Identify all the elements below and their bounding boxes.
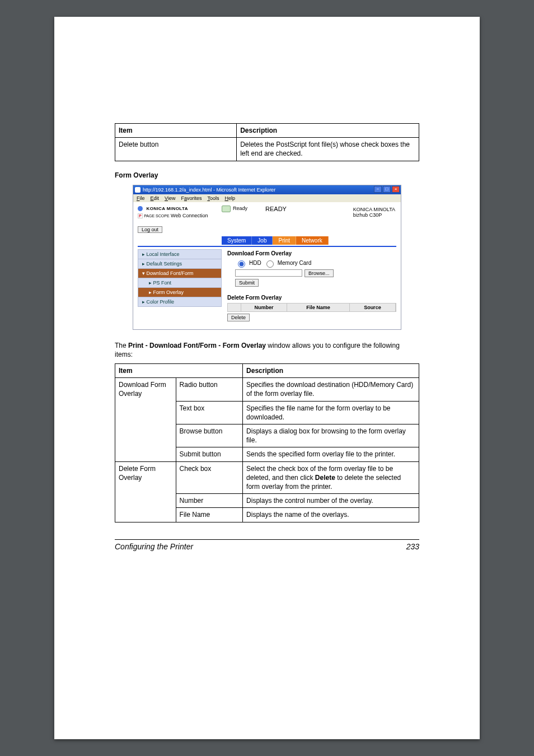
footer-page-number: 233: [406, 542, 419, 551]
sidebar-item-psfont[interactable]: ▸ PS Font: [138, 278, 222, 288]
menu-help[interactable]: Help: [224, 195, 235, 201]
tab-system[interactable]: System: [222, 236, 252, 245]
main-panel: Download Form Overlay HDD Memory Card Br…: [222, 249, 396, 321]
footer-title: Configuring the Printer: [115, 542, 193, 551]
document-page: Item Description Delete button Deletes t…: [54, 17, 480, 739]
tab-job[interactable]: Job: [252, 236, 273, 245]
sidebar-item-local[interactable]: ▸ Local Interface: [138, 249, 222, 259]
sidebar-item-formoverlay[interactable]: ▸ Form Overlay: [138, 287, 222, 297]
td-desc: Deletes the PostScript font file(s) whos…: [237, 138, 419, 161]
menu-edit[interactable]: Edit: [151, 195, 160, 201]
ie-icon: [135, 187, 140, 193]
menu-file[interactable]: File: [137, 195, 145, 201]
top-item-desc-table: Item Description Delete button Deletes t…: [115, 123, 419, 161]
download-heading: Download Form Overlay: [227, 250, 396, 256]
logout-button[interactable]: Log out: [138, 226, 162, 233]
status-big: READY: [265, 206, 287, 212]
delete-table: Number File Name Source: [227, 303, 396, 312]
page-footer: Configuring the Printer 233: [115, 540, 419, 551]
submit-button[interactable]: Submit: [235, 279, 259, 287]
delete-heading: Delete Form Overlay: [227, 295, 396, 301]
radio-memory[interactable]: [266, 260, 274, 268]
g1r3-desc: Displays a dialog box for browsing to th…: [243, 424, 419, 447]
web-connection-label: P PAGE SCOPE Web Connection: [138, 213, 222, 218]
g1r2-sub: Text box: [176, 401, 242, 424]
g1r1-sub: Radio button: [176, 378, 242, 401]
section-heading: Form Overlay: [115, 171, 419, 179]
sidebar-item-defaults[interactable]: ▸ Default Settings: [138, 259, 222, 269]
window-title: http://192.168.1.2/a_index.html - Micros…: [143, 187, 275, 193]
printer-status-icon: [222, 206, 231, 212]
g2r2-sub: Number: [176, 494, 242, 508]
radio-memory-label: Memory Card: [278, 260, 312, 266]
col-checkbox: [228, 304, 241, 311]
sidebar-item-download[interactable]: ▾ Download Font/Form: [138, 268, 222, 278]
main-item-desc-table: Item Description Download Form Overlay R…: [115, 363, 419, 522]
menu-view[interactable]: View: [165, 195, 175, 201]
col-number: Number: [241, 304, 287, 311]
menu-favorites[interactable]: Favorites: [181, 195, 202, 201]
mh-item: Item: [115, 364, 243, 378]
td-item: Delete button: [115, 138, 237, 161]
file-path-input[interactable]: [235, 269, 302, 277]
col-filename: File Name: [287, 304, 350, 311]
g1r3-sub: Browse button: [176, 424, 242, 447]
col-source: Source: [350, 304, 396, 311]
g1r4-sub: Submit button: [176, 447, 242, 461]
browse-button[interactable]: Browse...: [305, 269, 334, 277]
caption-paragraph: The Print - Download Font/Form - Form Ov…: [115, 341, 419, 359]
group2-name: Delete Form Overlay: [115, 461, 176, 522]
sidebar-item-color[interactable]: ▸ Color Profile: [138, 297, 222, 307]
window-titlebar: http://192.168.1.2/a_index.html - Micros…: [133, 185, 401, 194]
tab-bar: System Job Print Network: [222, 236, 396, 245]
page-content: KONICA MINOLTA P PAGE SCOPE Web Connecti…: [133, 202, 401, 329]
maximize-button[interactable]: □: [383, 186, 391, 193]
status-small: Ready: [233, 206, 247, 211]
g1r1-desc: Specifies the download destination (HDD/…: [243, 378, 419, 401]
th-desc: Description: [237, 124, 419, 138]
g2r1-sub: Check box: [176, 461, 242, 494]
th-item: Item: [115, 124, 237, 138]
g1r2-desc: Specifies the file name for the form ove…: [243, 401, 419, 424]
menu-bar: File Edit View Favorites Tools Help: [133, 194, 401, 202]
ie-window: http://192.168.1.2/a_index.html - Micros…: [133, 185, 401, 330]
sidebar: ▸ Local Interface ▸ Default Settings ▾ D…: [138, 249, 222, 321]
delete-button[interactable]: Delete: [227, 314, 250, 321]
g2r2-desc: Displays the control number of the overl…: [243, 494, 419, 508]
menu-tools[interactable]: Tools: [207, 195, 219, 201]
close-button[interactable]: ×: [392, 186, 400, 193]
g2r3-sub: File Name: [176, 508, 242, 522]
radio-hdd[interactable]: [238, 260, 245, 268]
tab-network[interactable]: Network: [296, 236, 329, 245]
radio-hdd-label: HDD: [249, 260, 261, 266]
device-label: KONICA MINOLTA bizhub C30P: [353, 207, 395, 219]
brand-name: KONICA MINOLTA: [147, 206, 188, 211]
g1r4-desc: Sends the specified form overlay file to…: [243, 447, 419, 461]
g2r3-desc: Displays the name of the overlays.: [243, 508, 419, 522]
minimize-button[interactable]: −: [374, 186, 382, 193]
brand-block: KONICA MINOLTA P PAGE SCOPE Web Connecti…: [138, 206, 222, 218]
mh-desc: Description: [243, 364, 419, 378]
group1-name: Download Form Overlay: [115, 378, 176, 461]
g2r1-desc: Select the check box of the form overlay…: [243, 461, 419, 494]
brand-logo-icon: [138, 206, 143, 211]
tab-print[interactable]: Print: [273, 236, 296, 245]
